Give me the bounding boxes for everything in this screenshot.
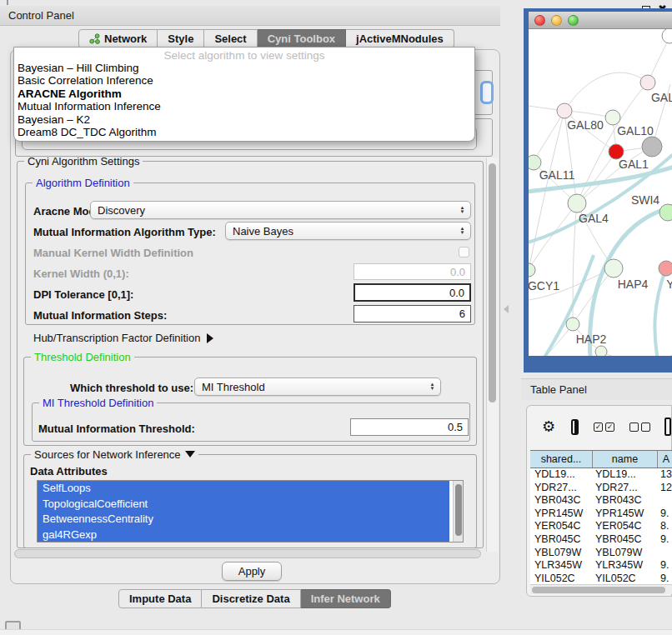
cell[interactable]: YIL052C: [593, 572, 658, 585]
cell[interactable]: YPR145W: [530, 508, 593, 521]
algorithm-option[interactable]: Mutual Information Inference: [14, 100, 474, 112]
new-table-icon[interactable]: [664, 418, 671, 436]
table-row[interactable]: YLR345WYLR345W9.: [530, 559, 672, 572]
network-node[interactable]: [529, 263, 535, 277]
cell[interactable]: YER054C: [593, 520, 658, 533]
table-row[interactable]: YBL079WYBL079W: [530, 547, 672, 560]
network-node[interactable]: [662, 29, 672, 43]
tab-network[interactable]: Network: [78, 29, 158, 48]
dpi-tolerance-field[interactable]: 0.0: [354, 283, 471, 302]
zoom-window-icon[interactable]: [568, 15, 579, 26]
cell[interactable]: [658, 494, 672, 508]
network-node[interactable]: [659, 261, 672, 276]
algorithm-option[interactable]: Basic Correlation Inference: [14, 74, 474, 87]
manual-kernel-width-checkbox[interactable]: [459, 247, 469, 258]
column-header-name[interactable]: name: [593, 451, 658, 468]
column-header-clipped[interactable]: A: [658, 451, 672, 468]
cell[interactable]: 9.: [658, 533, 672, 547]
cell[interactable]: 8.: [658, 520, 672, 533]
cell[interactable]: 9.: [658, 572, 672, 585]
network-node[interactable]: [604, 259, 623, 278]
select-all-icon[interactable]: ✓✓: [594, 422, 614, 432]
cell[interactable]: 9.: [658, 508, 672, 521]
cell[interactable]: YER054C: [530, 520, 593, 533]
panel-splitter-handle[interactable]: [504, 305, 509, 313]
mi-steps-field[interactable]: 6: [354, 305, 471, 322]
settings-vertical-scrollbar[interactable]: [486, 158, 498, 552]
scrollbar-thumb[interactable]: [455, 484, 462, 536]
cell[interactable]: YPR145W: [593, 508, 658, 521]
kernel-width-field[interactable]: 0.0: [354, 263, 471, 280]
network-nodes[interactable]: GALGAL80GAL10GAL1GAL11GAL4SWI4GCY1HAP4YH…: [529, 29, 672, 356]
table-row[interactable]: YDL19...YDL19...13: [530, 468, 672, 482]
cell[interactable]: 9.: [658, 559, 672, 572]
cell[interactable]: YLR345W: [593, 559, 658, 572]
close-window-icon[interactable]: [534, 15, 545, 26]
which-threshold-select[interactable]: MI Threshold ▲▼: [194, 378, 441, 396]
attribute-item-selected[interactable]: TopologicalCoefficient: [38, 497, 449, 512]
network-node[interactable]: [566, 318, 579, 331]
attributes-scrollbar[interactable]: [453, 481, 463, 542]
network-window-titlebar[interactable]: [529, 12, 672, 29]
algorithm-option-selected[interactable]: ARACNE Algorithm: [14, 88, 474, 100]
table-row[interactable]: YBR045CYBR045C9.: [530, 533, 672, 547]
cell[interactable]: YDL19...: [530, 468, 593, 482]
network-node[interactable]: [595, 346, 607, 356]
column-header-shared[interactable]: shared...: [530, 451, 593, 468]
network-node[interactable]: [605, 110, 620, 125]
network-node[interactable]: [659, 204, 672, 221]
network-canvas-svg[interactable]: GALGAL80GAL10GAL1GAL11GAL4SWI4GCY1HAP4YH…: [529, 29, 672, 356]
tab-cyni-toolbox[interactable]: Cyni Toolbox: [258, 29, 346, 48]
apply-button[interactable]: Apply: [222, 562, 282, 581]
settings-horizontal-scrollbar[interactable]: [13, 548, 485, 559]
cell[interactable]: 12: [658, 482, 672, 495]
cell[interactable]: 13: [658, 468, 672, 482]
cell[interactable]: YBR045C: [593, 533, 658, 547]
tab-jactivemnodules[interactable]: jActiveMNodules: [346, 29, 454, 48]
attribute-item-selected[interactable]: SelfLoops: [38, 481, 449, 497]
tab-discretize-data[interactable]: Discretize Data: [202, 589, 300, 608]
cell[interactable]: YDR27...: [530, 482, 593, 495]
tab-impute-data[interactable]: Impute Data: [118, 589, 202, 608]
minimize-window-icon[interactable]: [551, 15, 562, 26]
network-node[interactable]: [642, 137, 662, 157]
algorithm-option[interactable]: Bayesian – Hill Climbing: [14, 62, 474, 74]
attribute-item-selected[interactable]: gal4RGexp: [38, 528, 449, 542]
algorithm-option[interactable]: Bayesian – K2: [14, 113, 474, 126]
scrollbar-thumb[interactable]: [14, 549, 481, 558]
obscured-combo-button[interactable]: [480, 81, 494, 104]
cell[interactable]: YBR043C: [530, 494, 593, 508]
aracne-mode-select[interactable]: Discovery ▲▼: [90, 201, 471, 219]
network-node[interactable]: [557, 103, 572, 118]
table-row[interactable]: YPR145WYPR145W9.: [530, 508, 672, 521]
table-row[interactable]: YIL052CYIL052C9.: [530, 572, 672, 585]
mi-algorithm-type-select[interactable]: Naive Bayes ▲▼: [225, 222, 471, 240]
deselect-all-icon[interactable]: [629, 422, 650, 432]
scrollbar-thumb[interactable]: [489, 163, 496, 402]
table-horizontal-scrollbar[interactable]: [530, 584, 672, 594]
tab-infer-network[interactable]: Infer Network: [301, 589, 391, 608]
tab-select[interactable]: Select: [204, 29, 257, 48]
scrollbar-thumb[interactable]: [532, 587, 665, 593]
columns-icon[interactable]: [571, 419, 579, 435]
hub-definition-expander[interactable]: Hub/Transcription Factor Definition: [33, 332, 213, 344]
sources-collapse-toggle[interactable]: Sources for Network Inference: [31, 448, 198, 461]
mi-threshold-field[interactable]: 0.5: [350, 418, 469, 436]
algorithm-option[interactable]: Dream8 DC_TDC Algorithm: [14, 126, 474, 138]
cell[interactable]: YBR043C: [593, 494, 658, 508]
attribute-item-selected[interactable]: BetweennessCentrality: [38, 512, 449, 528]
cell[interactable]: YBR045C: [530, 533, 593, 547]
network-canvas[interactable]: GALGAL80GAL10GAL1GAL11GAL4SWI4GCY1HAP4YH…: [529, 29, 672, 356]
cell[interactable]: YDR27...: [593, 482, 658, 495]
network-node[interactable]: [640, 75, 655, 90]
cell[interactable]: YIL052C: [530, 572, 593, 585]
gear-icon[interactable]: ⚙: [542, 418, 555, 436]
tab-style[interactable]: Style: [158, 29, 204, 48]
cell[interactable]: YLR345W: [530, 559, 593, 572]
table-row[interactable]: YBR043CYBR043C: [530, 494, 672, 508]
network-node[interactable]: [568, 194, 586, 212]
table-row[interactable]: YER054CYER054C8.: [530, 520, 672, 533]
cell[interactable]: YBL079W: [593, 547, 658, 560]
cell[interactable]: YDL19...: [593, 468, 658, 482]
table-row[interactable]: YDR27...YDR27...12: [530, 482, 672, 495]
